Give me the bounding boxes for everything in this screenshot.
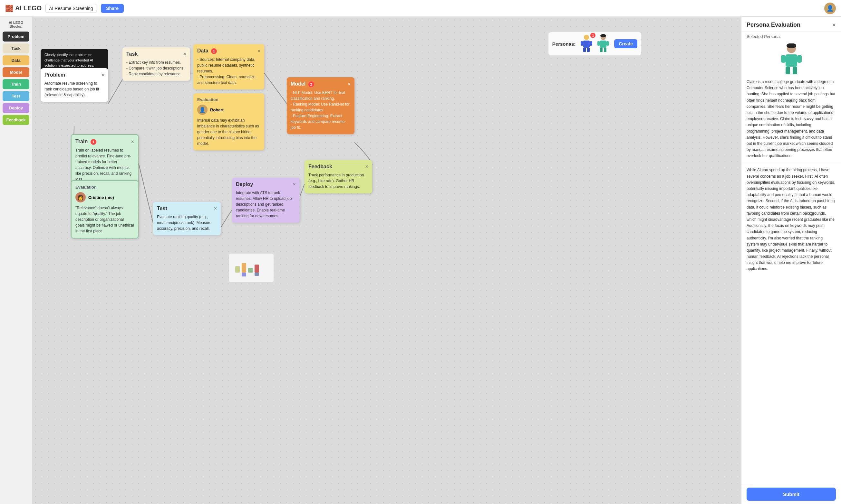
svg-line-0 xyxy=(108,79,122,104)
card-model-badge: 2 xyxy=(308,82,314,87)
card-problem-header: Problem × xyxy=(45,72,104,78)
svg-rect-21 xyxy=(600,48,603,52)
right-panel-header: Persona Evaluation × xyxy=(741,17,841,32)
svg-rect-30 xyxy=(781,55,786,63)
svg-rect-6 xyxy=(235,266,240,273)
svg-rect-10 xyxy=(242,273,246,276)
block-data-btn[interactable]: Data xyxy=(3,55,29,65)
personas-bar: Personas: 1 xyxy=(548,32,641,55)
mini-chart xyxy=(229,253,274,282)
card-feedback-header: Feedback × xyxy=(308,164,368,169)
card-data-close[interactable]: × xyxy=(257,48,260,54)
svg-point-19 xyxy=(600,34,606,37)
project-name-input[interactable] xyxy=(46,4,97,13)
create-personas-button[interactable]: Create xyxy=(614,39,637,48)
right-panel: Persona Evaluation × Selected Persona: C… xyxy=(741,17,841,504)
svg-line-2 xyxy=(264,73,287,104)
model-item-2: - Ranking Model: Use RankNet for ranking… xyxy=(291,102,350,113)
eval-train-label: Evaluation xyxy=(75,185,134,190)
block-feedback-btn[interactable]: Feedback xyxy=(3,115,29,125)
card-test[interactable]: Test × Evaluate ranking quality (e.g., m… xyxy=(153,202,221,235)
svg-line-3 xyxy=(139,163,153,223)
user-avatar[interactable]: 👤 xyxy=(824,3,836,14)
right-panel-close-button[interactable]: × xyxy=(832,21,836,29)
logo-text: AI LEGO xyxy=(15,4,41,12)
selected-persona-label: Selected Persona: xyxy=(741,32,841,40)
card-model[interactable]: Model 2 × - NLP Model: Use BERT for text… xyxy=(287,77,355,134)
card-task[interactable]: Task × - Extract key info from resumes. … xyxy=(122,47,190,81)
eval-train-avatar: 👩 xyxy=(75,192,86,202)
card-feedback-content: Track performance in production (e.g., h… xyxy=(308,172,368,190)
card-model-content: - NLP Model: Use BERT for text classific… xyxy=(291,90,350,130)
svg-rect-22 xyxy=(604,48,606,52)
card-deploy[interactable]: Deploy × Integrate with ATS to rank resu… xyxy=(232,178,300,223)
eval-data-label: Evaluation xyxy=(197,97,260,102)
card-data-content: - Sources: Internal company data, public… xyxy=(197,57,260,86)
header: 🧱 AI LEGO Share 👤 xyxy=(0,0,841,17)
card-task-content: - Extract key info from resumes. - Compa… xyxy=(126,59,186,77)
card-eval-data[interactable]: Evaluation 👤 Robert Internal data may ex… xyxy=(193,93,264,150)
task-item-2: - Compare it with job descriptions. xyxy=(126,65,186,71)
card-test-content: Evaluate ranking quality (e.g., mean rec… xyxy=(157,214,217,231)
card-problem[interactable]: Problem × Automate resume screening to r… xyxy=(40,68,108,102)
svg-rect-11 xyxy=(255,273,259,276)
card-train-eval[interactable]: Evaluation 👩 Cristine (me) "Relevance" d… xyxy=(71,180,139,238)
card-train[interactable]: Train 1 × Train on labeled resumes to pr… xyxy=(71,134,139,187)
svg-rect-27 xyxy=(786,54,797,67)
card-problem-title: Problem xyxy=(45,72,65,78)
eval-train-name: Cristine (me) xyxy=(88,195,114,200)
svg-rect-28 xyxy=(786,67,790,74)
svg-rect-8 xyxy=(248,268,253,273)
model-item-3: - Feature Engineering: Extract keywords … xyxy=(291,113,350,130)
card-deploy-content: Integrate with ATS to rank resumes. Allo… xyxy=(236,190,296,219)
card-test-close[interactable]: × xyxy=(214,206,217,212)
persona-figure-area xyxy=(741,40,841,79)
canvas[interactable]: Clearly identify the problem or challeng… xyxy=(32,17,741,504)
card-model-header: Model 2 × xyxy=(291,81,350,87)
logo-area: 🧱 AI LEGO xyxy=(5,4,41,12)
svg-rect-20 xyxy=(600,40,606,48)
block-model-btn[interactable]: Model xyxy=(3,67,29,77)
eval-data-content: Internal data may exhibit an imbalance i… xyxy=(197,118,260,146)
share-button[interactable]: Share xyxy=(101,4,124,13)
card-train-close[interactable]: × xyxy=(131,139,134,145)
svg-rect-9 xyxy=(255,265,259,273)
block-test-btn[interactable]: Test xyxy=(3,91,29,101)
connectors-svg xyxy=(32,17,741,504)
card-feedback-close[interactable]: × xyxy=(365,164,368,169)
block-deploy-btn[interactable]: Deploy xyxy=(3,103,29,113)
submit-button[interactable]: Submit xyxy=(746,488,836,501)
persona-avatar-1[interactable]: 1 xyxy=(579,34,594,53)
card-feedback[interactable]: Feedback × Track performance in producti… xyxy=(305,160,372,194)
card-model-close[interactable]: × xyxy=(348,82,350,87)
svg-rect-7 xyxy=(242,263,246,273)
card-model-title: Model 2 xyxy=(291,81,314,87)
block-train-btn[interactable]: Train xyxy=(3,79,29,89)
block-task-btn[interactable]: Task xyxy=(3,43,29,53)
svg-rect-17 xyxy=(590,41,592,46)
user-avatar-icon: 👤 xyxy=(826,5,834,12)
svg-line-4 xyxy=(221,210,232,228)
block-problem-btn[interactable]: Problem xyxy=(3,32,29,41)
svg-rect-16 xyxy=(581,41,583,46)
right-panel-footer: Submit xyxy=(741,484,841,504)
card-train-header: Train 1 × xyxy=(75,139,134,145)
main-layout: AI LEGO Blocks: Problem Task Data Model … xyxy=(0,17,841,504)
card-task-close[interactable]: × xyxy=(183,51,186,57)
card-problem-content: Automate resume screening to rank candid… xyxy=(45,80,104,98)
card-problem-close[interactable]: × xyxy=(102,72,104,78)
personas-label: Personas: xyxy=(552,41,576,47)
persona-avatar-2[interactable] xyxy=(596,34,611,53)
card-data[interactable]: Data 1 × - Sources: Internal company dat… xyxy=(193,44,264,89)
svg-line-5 xyxy=(300,184,305,197)
eval-data-name: Robert xyxy=(210,108,224,112)
right-panel-title: Persona Evaluation xyxy=(746,21,801,28)
sidebar-title: AI LEGO Blocks: xyxy=(3,21,29,28)
eval-train-content: "Relevance" doesn't always equate to "qu… xyxy=(75,205,134,234)
persona-figure-2 xyxy=(596,34,611,53)
eval-train-user: 👩 Cristine (me) xyxy=(75,192,134,202)
card-deploy-close[interactable]: × xyxy=(293,181,296,187)
card-data-badge: 1 xyxy=(211,48,217,54)
personas-avatars: 1 xyxy=(579,34,611,53)
card-deploy-header: Deploy × xyxy=(236,181,296,187)
